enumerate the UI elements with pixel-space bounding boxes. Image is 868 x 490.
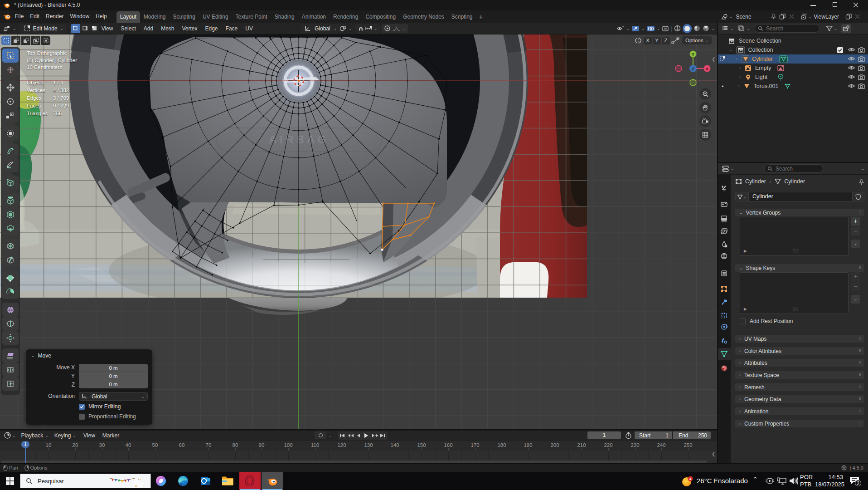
- svg-text:AIRBAG: AIRBAG: [269, 133, 330, 146]
- svg-text:Y: Y: [692, 52, 695, 57]
- svg-text:4: 4: [689, 477, 692, 481]
- svg-text:X: X: [706, 66, 709, 71]
- svg-text:2: 2: [857, 481, 859, 486]
- svg-text:Z: Z: [692, 66, 694, 71]
